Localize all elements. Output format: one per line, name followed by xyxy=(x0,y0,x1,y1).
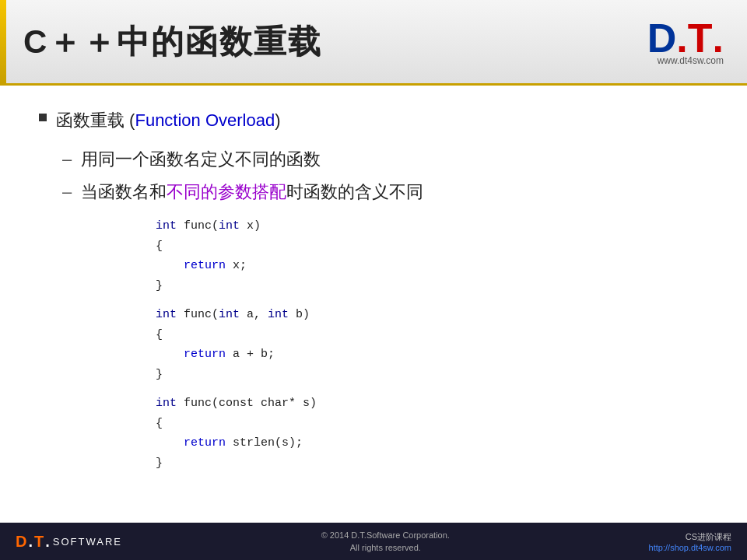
logo-t: T xyxy=(688,18,713,58)
keyword-int-3: int xyxy=(156,308,177,321)
logo-area: D . T . www.dt4sw.com xyxy=(647,18,724,66)
footer-page-info: CS进阶课程 xyxy=(649,531,731,543)
page-title: C＋＋中的函数重载 xyxy=(23,20,322,64)
code-line-3-4: } xyxy=(156,453,708,474)
logo-dot2: . xyxy=(713,18,724,58)
keyword-int-1: int xyxy=(156,219,177,233)
code-line-1-3: return x; xyxy=(156,256,708,276)
code-block: int func(int x) { return x; } int func(i… xyxy=(156,216,708,473)
footer: D . T . SOFTWARE © 2014 D.T.Software Cor… xyxy=(0,523,747,560)
footer-logo: D . T . SOFTWARE xyxy=(16,533,122,551)
main-bullet-text: 函数重载 (Function Overload) xyxy=(56,109,281,132)
code-line-1-1: int func(int x) xyxy=(156,216,708,236)
sub-bullet-2-suffix: 时函数的含义不同 xyxy=(286,182,423,201)
logo-dot1: . xyxy=(676,18,687,58)
keyword-int-5: int xyxy=(268,308,289,321)
footer-url: http://shop.dt4sw.com xyxy=(649,543,731,552)
footer-logo-dot: . xyxy=(28,533,33,551)
sub-bullet-2-text: 当函数名和不同的参数搭配时函数的含义不同 xyxy=(81,180,423,204)
keyword-return-1: return xyxy=(184,259,226,272)
code-line-1-4: } xyxy=(156,276,708,296)
footer-logo-t: T xyxy=(34,533,44,551)
copyright-line1: © 2014 D.T.Software Corporation. xyxy=(321,529,450,542)
sub-bullet-2: – 当函数名和不同的参数搭配时函数的含义不同 xyxy=(62,180,708,204)
sub-bullet-2-purple: 不同的参数搭配 xyxy=(167,182,286,201)
footer-right: CS进阶课程 http://shop.dt4sw.com xyxy=(649,531,731,552)
header: C＋＋中的函数重载 D . T . www.dt4sw.com xyxy=(0,0,747,86)
logo-d: D xyxy=(647,18,677,58)
sub-bullet-2-prefix: 当函数名和 xyxy=(81,182,167,201)
code-spacer-2 xyxy=(156,384,708,394)
dash-icon-2: – xyxy=(62,182,72,202)
highlight-function-overload: Function Overload xyxy=(135,110,275,130)
code-line-1-2: { xyxy=(156,236,708,257)
dash-icon-1: – xyxy=(62,149,72,170)
footer-logo-dot2: . xyxy=(45,533,50,551)
sub-bullet-1-text: 用同一个函数名定义不同的函数 xyxy=(81,148,321,171)
logo-url: www.dt4sw.com xyxy=(658,55,724,66)
keyword-int-2: int xyxy=(219,219,240,233)
code-spacer-1 xyxy=(156,296,708,305)
keyword-return-3: return xyxy=(184,436,226,450)
code-line-2-3: return a + b; xyxy=(156,345,708,365)
footer-logo-d: D xyxy=(16,533,26,551)
code-line-2-1: int func(int a, int b) xyxy=(156,305,708,325)
keyword-int-6: int xyxy=(156,397,177,410)
sub-bullet-1: – 用同一个函数名定义不同的函数 xyxy=(62,148,708,171)
sub-bullets: – 用同一个函数名定义不同的函数 – 当函数名和不同的参数搭配时函数的含义不同 … xyxy=(62,148,708,473)
code-line-3-1: int func(const char* s) xyxy=(156,394,708,414)
code-line-3-2: { xyxy=(156,414,708,434)
keyword-int-4: int xyxy=(219,308,240,321)
logo: D . T . xyxy=(647,18,724,58)
code-line-3-3: return strlen(s); xyxy=(156,433,708,453)
copyright-line2: All rights reserved. xyxy=(321,541,450,555)
main-content: 函数重载 (Function Overload) – 用同一个函数名定义不同的函… xyxy=(0,86,747,496)
footer-software: SOFTWARE xyxy=(53,536,122,548)
keyword-return-2: return xyxy=(184,348,226,361)
bullet-icon xyxy=(39,114,47,121)
code-line-2-4: } xyxy=(156,365,708,385)
footer-copyright: © 2014 D.T.Software Corporation. All rig… xyxy=(321,529,450,555)
main-bullet-item: 函数重载 (Function Overload) xyxy=(39,109,708,132)
code-line-2-2: { xyxy=(156,325,708,345)
